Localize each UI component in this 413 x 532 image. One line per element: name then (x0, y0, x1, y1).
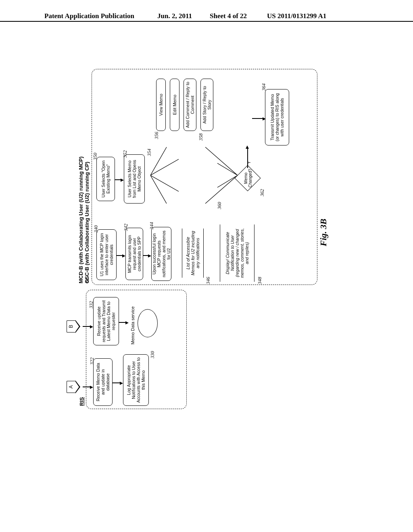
diagram-canvas: RIS MCD-B (with Collaborating User (U2) … (78, 66, 330, 409)
lane-ris: RIS (79, 397, 85, 406)
header-sheet: Sheet 4 of 22 (210, 12, 247, 20)
box-344: Upon successful login MCP requests notif… (151, 227, 171, 281)
box-332: Receive update requests and Transmit Lat… (93, 297, 119, 345)
header-pub: Patent Application Publication (44, 12, 134, 20)
arrow (83, 326, 91, 327)
arrowhead (148, 254, 151, 258)
ref-350: 350 (92, 153, 98, 160)
opt-add-comment: Add Comment / Reply to Comment (184, 79, 196, 131)
ref-344: 344 (149, 222, 155, 229)
box-330: Log Appropriate Notifications to User Ac… (123, 354, 149, 406)
ref-322: 322 (89, 357, 95, 365)
decision-362-label: Memo Changed? (244, 164, 252, 192)
ref-342: 342 (123, 224, 129, 231)
box-322: Receive Memo Data and update in database (93, 358, 113, 406)
ref-332: 332 (88, 301, 94, 308)
ref-330: 330 (150, 351, 156, 358)
arrowhead (90, 386, 93, 389)
box-364: Transmit Updated Memo (or changes) to RI… (265, 89, 289, 145)
lane-csc: CSC-B (with Collaborating User (U2) runn… (84, 162, 90, 283)
figure-label: Fig. 3B (318, 219, 329, 246)
arrowhead (125, 321, 129, 324)
ref-358: 358 (198, 133, 204, 141)
ref-356: 356 (154, 132, 160, 139)
service-loop-icon (138, 309, 158, 337)
connector-b: B (67, 320, 79, 332)
connector-a-label: A (67, 381, 75, 393)
arrowhead (122, 254, 125, 258)
ref-352: 352 (122, 150, 128, 158)
arrow (113, 382, 121, 383)
figure-area: RIS MCD-B (with Collaborating User (U2) … (78, 66, 330, 409)
arrowhead (120, 382, 123, 385)
box-340: U1 uses the MCP login interface to enter… (96, 229, 117, 280)
ref-340: 340 (93, 225, 99, 233)
box-342: MCP transmits login request and user cre… (125, 228, 143, 280)
arrowhead (121, 179, 124, 182)
ref-362: 362 (259, 189, 265, 196)
opt-view-memo: View Memo (156, 79, 166, 131)
ref-348: 348 (257, 277, 263, 284)
arrow (83, 387, 91, 387)
box-348: Display/ Communicate Notification to Use… (220, 224, 254, 282)
arrowhead (90, 325, 93, 328)
page-header: Patent Application Publication Jun. 2, 2… (0, 21, 413, 33)
arrowhead (263, 117, 266, 121)
ref-346: 346 (205, 277, 211, 284)
ref-364: 364 (261, 83, 267, 91)
box-346: List of Accessible Memos for U2 includin… (182, 229, 204, 278)
memo-data-service: Memo Data service (130, 306, 135, 345)
arrowhead (246, 145, 249, 149)
connector-a: A (67, 381, 79, 393)
box-350: User Selects "Open Existing Memo" (96, 157, 115, 201)
box-352: User Selects Memo from List and Opens Me… (124, 154, 145, 204)
opt-add-story: Add Story / Reply to Story (200, 79, 213, 131)
arrow (247, 148, 248, 168)
header-pubno: US 2011/0131299 A1 (267, 12, 326, 20)
header-date: Jun. 2, 2011 (157, 12, 192, 20)
connector-b-label: B (67, 320, 75, 332)
opt-edit-memo: Edit Memo (170, 79, 179, 131)
